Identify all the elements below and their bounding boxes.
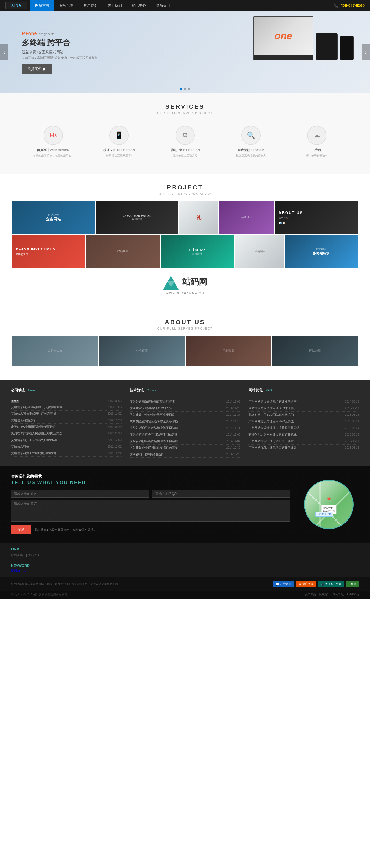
- project-item-3[interactable]: 礼: [179, 201, 218, 234]
- footer-bar-link-contact[interactable]: 联系我们: [319, 593, 330, 596]
- footer-link-2[interactable]: 腾讯空间: [28, 553, 40, 557]
- news-item[interactable]: 有哪创能力为网站建设者百链接优化 2013-08-16: [248, 431, 359, 438]
- news-item[interactable]: 广州网站建设导通应用SEO三要素 2013-08-08: [248, 418, 359, 425]
- hero-dot-3[interactable]: [188, 88, 190, 90]
- nav-item-services[interactable]: 服务范围: [54, 0, 78, 11]
- project-item-4[interactable]: 品牌设计: [219, 201, 274, 234]
- social-btn-chat[interactable]: 💬 在线咨询: [273, 581, 294, 587]
- hero-cta-button[interactable]: 欣赏案例 ▶: [22, 64, 52, 73]
- navbar: AINA 网站首页 服务范围 客户案例 关于我们 资讯中心 联系我们 📞 400…: [0, 0, 370, 11]
- hero-dot-1[interactable]: [180, 88, 182, 90]
- triangle-inner: [167, 281, 175, 287]
- nav-link-about[interactable]: 关于我们: [103, 0, 127, 11]
- search-icon: 🔍: [241, 126, 261, 145]
- nav-link-home[interactable]: 网站首页: [30, 0, 54, 11]
- contact-qq-input[interactable]: [152, 490, 291, 498]
- news-item[interactable]: 艾纳分析分析关于网站等于网站建设 2014-11-06: [130, 431, 240, 438]
- news-item[interactable]: 艾纳信息科技正式签约网月白白普 2011-12-22: [11, 450, 122, 457]
- news-item[interactable]: 庆祝CTPA中国国际游影节暨正式 2012-08-29: [11, 424, 122, 430]
- footer-bar-link-email[interactable]: EMail邮箱: [347, 593, 359, 596]
- footer-keyword-title: KEYWORD: [11, 564, 359, 568]
- service-item-5: ☁ 云主机 哪个公司都应该有: [284, 120, 349, 163]
- nav-item-about[interactable]: 关于我们: [103, 0, 127, 11]
- weibo-icon: 微: [298, 582, 301, 586]
- nav-link-news[interactable]: 资讯中心: [127, 0, 151, 11]
- logo-text: AINA: [11, 4, 22, 7]
- project-grid: 网站建设 企业网站 DRIVE YOU VALUE 网页设计 礼 品牌设计: [7, 201, 363, 268]
- news-item[interactable]: 艾纳建议天键词治的管理的人短 2014-11-25: [130, 405, 240, 412]
- footer-bar-link-about[interactable]: 关于我们: [305, 593, 316, 596]
- project-item-1[interactable]: 网站建设 企业网站: [12, 201, 95, 234]
- project-item-10[interactable]: 网站建设 多终端展示: [285, 235, 358, 268]
- news-date: 2013-08-14: [345, 446, 359, 449]
- project-item-9[interactable]: 人物摄影: [235, 235, 283, 268]
- nav-item-cases[interactable]: 客户案例: [78, 0, 103, 11]
- news-item[interactable]: 艾纳信息科技即将推出三步热活路通道 2013-11-03: [11, 404, 122, 410]
- monitor-screen: one: [254, 17, 313, 55]
- news-date: 2011-12-02: [107, 445, 122, 448]
- social-btn-weibo[interactable]: 微 新浪微博: [296, 581, 316, 587]
- news-item[interactable]: 艾纳信息科技正式邀请到Chianfwei 2011-12-03: [11, 437, 122, 443]
- news-section: 公司动态 News aaaa 2017-06-05 艾纳信息科技即将推出三步热活…: [0, 379, 370, 466]
- social-btn-feedback-label: 反馈: [351, 582, 356, 586]
- footer-keyword-1[interactable]: 深圳相公益: [11, 569, 26, 572]
- social-btn-chat-label: 在线咨询: [280, 582, 291, 586]
- news-item[interactable]: 艾纳咨询于你网络的秘密 2014-10-25: [130, 451, 240, 458]
- news-item[interactable]: 广州网站建设介绍几个有趣和的分享 2014-08-18: [248, 399, 359, 405]
- service-item-2: 📱 移动应用 APP DESIGN 触屏移动互联网显示↑: [87, 120, 152, 163]
- service-zh-3: 系统开发: [170, 149, 182, 152]
- contact-name-input[interactable]: [11, 490, 149, 498]
- services-grid: H5 网页设计 WEB DESIGN 着眼的是细节节，感受的是用心... 📱 移…: [21, 120, 350, 163]
- footer-bar-link-nav[interactable]: 网站导航: [333, 593, 344, 596]
- hero-dot-2[interactable]: [184, 88, 186, 90]
- news-item[interactable]: 艾纳信息科技 2011-12-02: [11, 443, 122, 450]
- project-item-8[interactable]: n houzz 装修设计: [161, 235, 234, 268]
- map-circle: 📍 优优电子商务产业园 沪联新东总地: [304, 480, 354, 529]
- contact-title-en: TELL US WHAT YOU NEED: [11, 480, 291, 486]
- news-item[interactable]: 我该时候了用SEO网站优化这几和 2013-08-14: [248, 412, 359, 418]
- nav-phone: 📞 400-087-0560: [334, 3, 365, 8]
- news-text: 网站建设范光优注目让SEO来下降分: [248, 406, 326, 410]
- nav-item-home[interactable]: 网站首页: [30, 0, 54, 11]
- news-item[interactable]: 艾纳信息科技正式进驻广州东莞员 2013-11-02: [11, 410, 122, 417]
- service-title-1: 网页设计 WEB DESIGN: [23, 148, 83, 152]
- aboutus-title: ABOUT US OUR FULL-SERVES PROJECT: [0, 309, 370, 336]
- nav-item-contact[interactable]: 联系我们: [151, 0, 175, 11]
- news-item[interactable]: 网站建设企业官网优化要懂你的三要 2014-10-30: [130, 444, 240, 451]
- news-date: 2014-11-04: [226, 440, 240, 443]
- nav-link-cases[interactable]: 客户案例: [78, 0, 103, 11]
- nav-link-services[interactable]: 服务范围: [54, 0, 78, 11]
- contact-message-input[interactable]: [11, 500, 291, 522]
- project-item-1-content: 网站建设 企业网站: [12, 201, 95, 234]
- social-btn-feedback[interactable]: ↑ 反馈: [345, 581, 359, 587]
- news-item[interactable]: 艾纳告诉你维链密结构中等于网站建 2014-11-11: [130, 425, 240, 431]
- footer-link-1[interactable]: 游戏赛场: [11, 553, 23, 557]
- news-item[interactable]: 广州网站优化：迷你的百链接的课题 2013-08-14: [248, 444, 359, 451]
- hero-next-button[interactable]: ›: [362, 44, 370, 60]
- logo: AINA: [5, 2, 27, 9]
- news-item[interactable]: 网站建设中小企业公司可实现网络 2014-11-17: [130, 412, 240, 418]
- service-desc-4: 把优质素洗掉绩的营收入: [221, 153, 281, 157]
- news-item[interactable]: 广州网站建设：迷你的公司三要素! 2013-08-00: [248, 438, 359, 444]
- project-item-2[interactable]: DRIVE YOU VALUE 网页设计: [96, 201, 178, 234]
- project-item-5[interactable]: ABOUT US 公司介绍 📧 📋: [275, 201, 358, 234]
- contact-submit-button[interactable]: 发送: [11, 525, 31, 534]
- news-item[interactable]: 广州网站建设运通通过连接提高搜索法 2013-08-09: [248, 425, 359, 431]
- news-item[interactable]: 艾纳信息科技已有 2012-11-20: [11, 417, 122, 424]
- news-item[interactable]: 艾纳告诉你维链密结构中等于网站建 2014-11-04: [130, 438, 240, 444]
- news-item[interactable]: aaaa 2017-06-05: [11, 399, 122, 404]
- news-item[interactable]: 网站建设范光优注目让SEO来下降分 2013-08-16: [248, 405, 359, 412]
- project-item-7[interactable]: 静物摄影: [87, 235, 160, 268]
- news-date: 2014-11-13: [226, 420, 240, 423]
- social-btn-wechat[interactable]: 📲 微信推二维码: [317, 581, 344, 587]
- news-item[interactable]: 热烈祝贺广东省人民政府互联网正式选 2012-03-23: [11, 430, 122, 437]
- project-item-6[interactable]: KAINA INVESTMENT 凯纳投资: [12, 235, 86, 268]
- nav-link-contact[interactable]: 联系我们: [151, 0, 175, 11]
- news-text: 艾纳咨询于你网络的秘密: [130, 452, 207, 456]
- device-tablet: [316, 33, 338, 60]
- news-text: 热烈祝贺广东省人民政府互联网正式选: [11, 431, 88, 435]
- nav-item-news[interactable]: 资讯中心: [127, 0, 151, 11]
- news-item[interactable]: 成功的企业网站应该考虑某具备哪些 2014-11-13: [130, 418, 240, 425]
- news-item[interactable]: 艾纳告诉您如何提高百度自然搜索 2014-12-03: [130, 399, 240, 405]
- settings-icon: ⚙: [175, 126, 195, 145]
